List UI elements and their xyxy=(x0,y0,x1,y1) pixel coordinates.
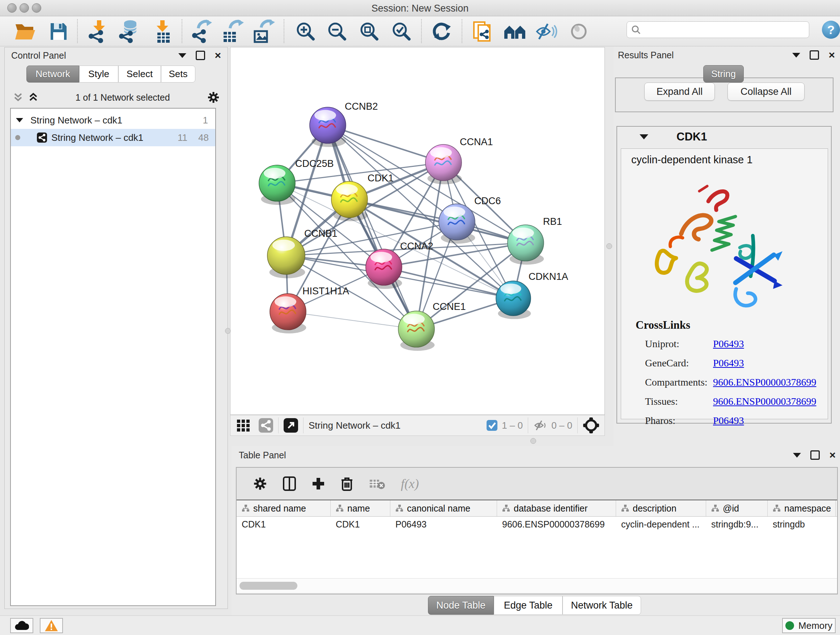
splitter-handle[interactable] xyxy=(606,243,612,249)
selected-checkbox-icon[interactable] xyxy=(486,420,497,431)
splitter-handle[interactable] xyxy=(531,438,536,444)
table-cell[interactable]: stringdb xyxy=(767,516,836,532)
table-panel: Table Panel × f(x) shared namenamecanoni… xyxy=(232,446,840,616)
import-network-database-icon[interactable] xyxy=(116,20,142,43)
table-cell[interactable]: 9606.ENSP00000378699 xyxy=(497,516,616,532)
node-label-CDC25B: CDC25B xyxy=(295,158,334,169)
network-view-title: String Network – cdk1 xyxy=(309,420,401,431)
table-row[interactable]: CDK1CDK1P064939606.ENSP00000378699cyclin… xyxy=(237,516,837,532)
column-header-description[interactable]: description xyxy=(616,500,706,516)
crosslink-value-link[interactable]: P06493 xyxy=(713,357,744,369)
add-column-icon[interactable] xyxy=(312,477,325,490)
open-in-window-icon[interactable] xyxy=(284,418,298,432)
export-image-icon[interactable] xyxy=(251,20,277,43)
splitter-handle[interactable] xyxy=(225,328,231,334)
zoom-in-icon[interactable] xyxy=(293,20,319,43)
tab-network[interactable]: Network xyxy=(27,65,79,82)
expand-all-icon[interactable] xyxy=(28,92,38,103)
crosslink-value-link[interactable]: P06493 xyxy=(713,415,744,426)
panel-float-icon[interactable] xyxy=(810,450,820,460)
panel-menu-icon[interactable] xyxy=(793,453,801,458)
table-cell[interactable]: CDK1 xyxy=(331,516,390,532)
panel-float-icon[interactable] xyxy=(810,50,819,60)
tab-sets[interactable]: Sets xyxy=(161,65,195,82)
crosslink-value-link[interactable]: 9606.ENSP00000378699 xyxy=(713,396,816,407)
panel-menu-icon[interactable] xyxy=(178,53,186,58)
delete-table-icon xyxy=(369,478,385,490)
results-panel: Results Panel × String Expand All Collap… xyxy=(614,47,840,446)
table-body[interactable]: CDK1CDK1P064939606.ENSP00000378699cyclin… xyxy=(237,516,837,578)
gene-section: CDK1 cyclin-dependent kinase 1 xyxy=(616,126,832,424)
crosslink-value-link[interactable]: 9606.ENSP00000378699 xyxy=(713,377,816,388)
import-network-icon[interactable] xyxy=(85,20,111,43)
network-collection-row[interactable]: String Network – cdk1 1 xyxy=(11,111,215,129)
column-header-namespace[interactable]: namespace xyxy=(767,500,836,516)
toolbar-separator xyxy=(284,19,284,43)
fit-content-icon[interactable] xyxy=(583,417,600,434)
open-session-icon[interactable] xyxy=(12,20,38,43)
hidden-eye-icon[interactable] xyxy=(533,420,547,431)
cloud-button[interactable] xyxy=(10,618,33,633)
table-hscrollbar[interactable] xyxy=(237,578,837,593)
export-table-icon[interactable] xyxy=(219,20,246,43)
tab-node-table[interactable]: Node Table xyxy=(428,596,494,615)
show-eye-icon[interactable] xyxy=(566,20,592,43)
panel-close-icon[interactable]: × xyxy=(829,451,836,459)
memory-button[interactable]: Memory xyxy=(782,618,836,633)
export-network-icon[interactable] xyxy=(188,20,215,43)
tab-select[interactable]: Select xyxy=(118,65,161,82)
gear-icon[interactable] xyxy=(207,91,219,103)
gene-collapse-icon[interactable] xyxy=(639,134,648,139)
collapse-all-icon[interactable] xyxy=(13,92,23,103)
tab-style[interactable]: Style xyxy=(79,65,118,82)
panel-float-icon[interactable] xyxy=(196,51,205,60)
column-header--id[interactable]: @id xyxy=(706,500,767,516)
tab-string[interactable]: String xyxy=(703,65,744,82)
table-header-row[interactable]: shared namenamecanonical namedatabase id… xyxy=(237,500,837,516)
column-header-name[interactable]: name xyxy=(331,500,390,516)
search-input[interactable] xyxy=(641,24,798,35)
table-cell[interactable]: cyclin-dependent ... xyxy=(616,516,706,532)
gene-section-header[interactable]: CDK1 xyxy=(617,127,831,147)
warning-button[interactable] xyxy=(40,618,63,633)
zoom-fit-icon[interactable] xyxy=(356,20,382,43)
share-view-icon[interactable] xyxy=(259,418,273,432)
network-graph[interactable]: CCNB2CCNA1CDC25BCDK1CDC6RB1CCNB1CCNA2CDK… xyxy=(231,48,605,415)
panel-close-icon[interactable]: × xyxy=(215,52,221,59)
collapse-all-button[interactable]: Collapse All xyxy=(728,82,805,101)
network-edge-count: 48 xyxy=(198,132,209,143)
collection-expand-icon[interactable] xyxy=(16,118,23,122)
crosslink-value-link[interactable]: P06493 xyxy=(713,338,744,349)
houses-icon[interactable] xyxy=(502,20,528,43)
refresh-icon[interactable] xyxy=(429,20,455,43)
tab-edge-table[interactable]: Edge Table xyxy=(494,596,562,615)
crosslinks-title: CrossLinks xyxy=(636,318,828,332)
gene-details: cyclin-dependent kinase 1 xyxy=(621,149,828,419)
column-header-canonical-name[interactable]: canonical name xyxy=(390,500,497,516)
select-columns-icon[interactable] xyxy=(283,477,296,491)
crosslink-label: Tissues: xyxy=(645,396,713,407)
panel-close-icon[interactable]: × xyxy=(829,51,835,59)
column-header-shared-name[interactable]: shared name xyxy=(237,500,331,516)
grid-view-icon[interactable] xyxy=(235,417,251,433)
hide-selected-icon[interactable] xyxy=(534,20,560,43)
tab-network-table[interactable]: Network Table xyxy=(562,596,641,615)
zoom-out-icon[interactable] xyxy=(324,20,350,43)
network-row[interactable]: String Network – cdk1 11 48 xyxy=(11,129,215,146)
network-view[interactable]: CCNB2CCNA1CDC25BCDK1CDC6RB1CCNB1CCNA2CDK… xyxy=(230,47,605,415)
table-cell[interactable]: CDK1 xyxy=(237,516,331,532)
document-network-icon[interactable] xyxy=(470,20,496,43)
hscrollbar-thumb[interactable] xyxy=(240,582,297,590)
table-options-gear-icon[interactable] xyxy=(253,477,267,491)
panel-menu-icon[interactable] xyxy=(792,53,800,57)
column-header-database-identifier[interactable]: database identifier xyxy=(497,500,616,516)
save-session-icon[interactable] xyxy=(46,20,72,43)
zoom-selected-icon[interactable] xyxy=(388,20,415,43)
delete-column-icon[interactable] xyxy=(341,477,353,491)
import-table-icon[interactable] xyxy=(149,20,175,43)
table-cell[interactable]: P06493 xyxy=(390,516,497,532)
search-box[interactable] xyxy=(627,21,809,38)
expand-all-button[interactable]: Expand All xyxy=(644,82,715,101)
help-button[interactable]: ? xyxy=(822,21,840,39)
table-cell[interactable]: stringdb:9... xyxy=(706,516,767,532)
